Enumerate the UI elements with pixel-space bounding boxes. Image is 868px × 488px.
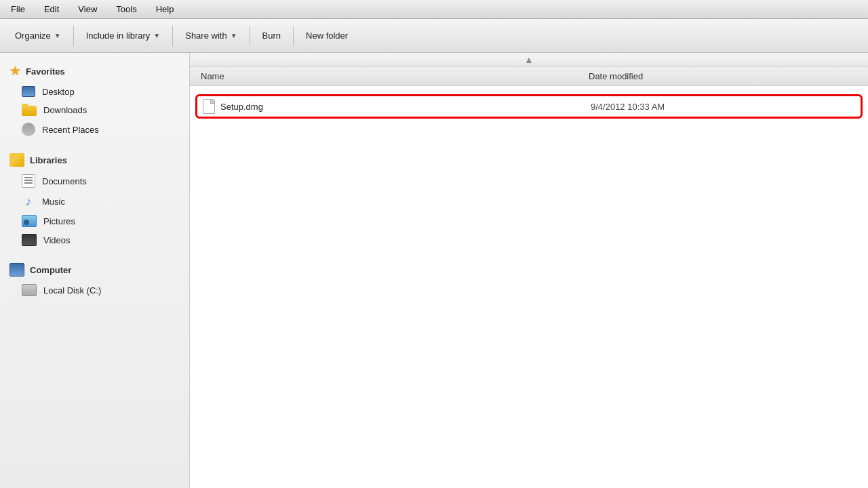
menu-help[interactable]: Help bbox=[151, 3, 180, 16]
toolbar-separator-3 bbox=[250, 26, 250, 46]
new-folder-button[interactable]: New folder bbox=[299, 24, 355, 47]
chevron-up-indicator: ▲ bbox=[190, 53, 868, 67]
share-with-label: Share with bbox=[185, 30, 226, 41]
column-name-header[interactable]: Name bbox=[195, 71, 589, 81]
file-name-label: Setup.dmg bbox=[220, 102, 263, 112]
libraries-label: Libraries bbox=[30, 155, 67, 165]
share-with-button[interactable]: Share with ▼ bbox=[178, 24, 243, 47]
pictures-icon bbox=[22, 215, 37, 227]
music-icon: ♪ bbox=[22, 195, 35, 208]
videos-icon bbox=[22, 234, 37, 246]
downloads-folder-icon bbox=[22, 104, 37, 116]
recent-places-icon bbox=[22, 123, 35, 136]
file-date-label: 9/4/2012 10:33 AM bbox=[591, 102, 855, 112]
file-name-area: Setup.dmg bbox=[203, 99, 591, 114]
menu-tools[interactable]: Tools bbox=[111, 3, 142, 16]
column-headers: Name Date modified bbox=[190, 67, 868, 86]
include-in-library-button[interactable]: Include in library ▼ bbox=[79, 24, 167, 47]
sidebar-item-local-disk[interactable]: Local Disk (C:) bbox=[0, 281, 189, 300]
documents-icon bbox=[22, 174, 35, 188]
main-area: ★ Favorites Desktop Downloads Recent Pla… bbox=[0, 53, 868, 488]
toolbar-separator-1 bbox=[73, 26, 74, 46]
toolbar-separator-4 bbox=[293, 26, 294, 46]
organize-button[interactable]: Organize ▼ bbox=[8, 24, 68, 47]
sidebar-item-desktop[interactable]: Desktop bbox=[0, 83, 189, 100]
sidebar-gap-2 bbox=[0, 249, 189, 259]
documents-label: Documents bbox=[42, 176, 87, 186]
computer-label: Computer bbox=[30, 265, 71, 275]
sidebar-item-music[interactable]: ♪ Music bbox=[0, 191, 189, 211]
organize-arrow-icon: ▼ bbox=[54, 32, 61, 39]
file-icon bbox=[203, 99, 215, 114]
new-folder-label: New folder bbox=[306, 30, 348, 41]
sidebar-gap-1 bbox=[0, 140, 189, 149]
include-arrow-icon: ▼ bbox=[153, 32, 160, 39]
videos-label: Videos bbox=[43, 235, 71, 245]
sidebar-item-recent-places[interactable]: Recent Places bbox=[0, 119, 189, 140]
column-date-header[interactable]: Date modified bbox=[589, 71, 863, 81]
sidebar: ★ Favorites Desktop Downloads Recent Pla… bbox=[0, 53, 190, 488]
sidebar-item-downloads[interactable]: Downloads bbox=[0, 100, 189, 119]
pictures-label: Pictures bbox=[43, 216, 75, 226]
menu-edit[interactable]: Edit bbox=[39, 3, 64, 16]
star-icon: ★ bbox=[9, 64, 20, 79]
toolbar: Organize ▼ Include in library ▼ Share wi… bbox=[0, 19, 868, 53]
favorites-section-header: ★ Favorites bbox=[0, 60, 189, 83]
toolbar-separator-2 bbox=[172, 26, 173, 46]
menu-view[interactable]: View bbox=[73, 3, 102, 16]
music-label: Music bbox=[42, 197, 65, 207]
content-area: ▲ Name Date modified Setup.dmg 9/4/2012 … bbox=[190, 53, 868, 488]
recent-places-label: Recent Places bbox=[42, 125, 99, 135]
computer-section-header: Computer bbox=[0, 259, 189, 281]
menu-bar: File Edit View Tools Help bbox=[0, 0, 868, 19]
local-disk-label: Local Disk (C:) bbox=[43, 285, 101, 296]
downloads-label: Downloads bbox=[43, 105, 87, 115]
menu-file[interactable]: File bbox=[5, 3, 31, 16]
sidebar-item-documents[interactable]: Documents bbox=[0, 171, 189, 191]
file-list: Setup.dmg 9/4/2012 10:33 AM bbox=[190, 86, 868, 127]
share-arrow-icon: ▼ bbox=[231, 32, 237, 39]
libraries-icon bbox=[9, 153, 24, 167]
desktop-label: Desktop bbox=[42, 87, 75, 97]
burn-button[interactable]: Burn bbox=[256, 24, 288, 47]
libraries-section-header: Libraries bbox=[0, 149, 189, 171]
local-disk-icon bbox=[22, 284, 37, 296]
include-in-library-label: Include in library bbox=[86, 30, 151, 41]
file-item-setup-dmg[interactable]: Setup.dmg 9/4/2012 10:33 AM bbox=[195, 94, 863, 119]
organize-label: Organize bbox=[15, 30, 51, 41]
burn-label: Burn bbox=[262, 30, 281, 41]
sidebar-item-pictures[interactable]: Pictures bbox=[0, 211, 189, 230]
desktop-icon bbox=[22, 86, 35, 97]
favorites-label: Favorites bbox=[26, 66, 65, 77]
computer-icon bbox=[9, 263, 24, 277]
sidebar-item-videos[interactable]: Videos bbox=[0, 230, 189, 249]
